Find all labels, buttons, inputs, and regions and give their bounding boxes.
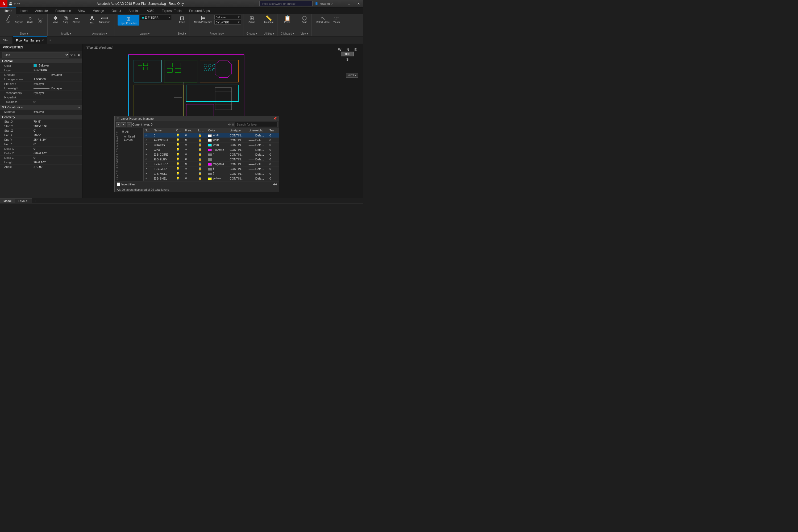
tab-manage[interactable]: Manage xyxy=(89,7,108,14)
layer-color-cell[interactable]: magenta xyxy=(206,162,228,167)
select-mode-button[interactable]: ↖ Select Mode xyxy=(315,15,331,24)
col-lock[interactable]: Lo... xyxy=(196,128,207,133)
geometry-section-collapse[interactable]: − xyxy=(78,115,80,119)
layer-lock-cell[interactable]: 🔒 xyxy=(196,162,207,167)
save-icon[interactable]: 💾 xyxy=(8,2,13,5)
view-group-label[interactable]: View ▾ xyxy=(301,32,308,35)
add-layout-button[interactable]: + xyxy=(32,199,38,203)
layer-color-cell[interactable]: cyan xyxy=(206,142,228,147)
floor-plan-tab-close[interactable]: ✕ xyxy=(42,39,44,42)
layer-on-cell[interactable]: 💡 xyxy=(174,162,184,167)
layer-dropdown[interactable]: ◼ E-F-TERR ▾ xyxy=(140,15,172,20)
layer-freeze-cell[interactable]: ❄ xyxy=(183,147,196,152)
wcs-label[interactable]: WCS ▾ xyxy=(346,73,358,78)
layer-row[interactable]: ✓ E-C-HEAD 💡 ❄ 🔒 blue CONTIN... —— Defa.… xyxy=(144,181,279,182)
layer-freeze-cell[interactable]: ❄ xyxy=(183,152,196,157)
layer-freeze-cell[interactable]: ❄ xyxy=(183,167,196,171)
3d-viz-section-collapse[interactable]: − xyxy=(78,106,80,109)
annotation-group-label[interactable]: Annotation ▾ xyxy=(92,32,107,35)
undo-icon[interactable]: ↩ xyxy=(14,2,16,5)
set-current-layer-button[interactable]: ✓ xyxy=(127,122,132,127)
stretch-button[interactable]: ↔ Stretch xyxy=(71,15,82,24)
new-tab-button[interactable]: + xyxy=(48,38,53,43)
viewport[interactable]: [-][Top][2D Wireframe] W N E TOP S WCS ▾ xyxy=(82,44,363,198)
polyline-button[interactable]: ⌒ Polyline xyxy=(13,15,25,24)
settings-icon[interactable]: ⚙ xyxy=(232,123,234,126)
layout1-tab[interactable]: Layout1 xyxy=(15,198,32,203)
layer-on-cell[interactable]: 💡 xyxy=(174,176,184,181)
layer-on-cell[interactable]: 💡 xyxy=(174,147,184,152)
base-button[interactable]: ⬡ Base xyxy=(300,15,309,24)
layer-color-cell[interactable]: 8 xyxy=(206,171,228,176)
circle-button[interactable]: ○ Circle xyxy=(25,15,35,24)
layer-color-cell[interactable]: magenta xyxy=(206,147,228,152)
utilities-group-label[interactable]: Utilities ▾ xyxy=(264,32,274,35)
prop-filter-icon[interactable]: ▣ xyxy=(77,53,80,57)
layer-row[interactable]: ✓ E-B-FURR 💡 ❄ 🔒 magenta CONTIN... —— De… xyxy=(144,162,279,167)
layer-lock-cell[interactable]: 🔒 xyxy=(196,181,207,182)
prop-settings-icon[interactable]: ⚙ xyxy=(70,53,73,57)
layer-row[interactable]: ✓ CHAIRS 💡 ❄ 🔒 cyan CONTIN... —— Defa...… xyxy=(144,142,279,147)
layer-row[interactable]: ✓ E-B-GLAZ 💡 ❄ 🔒 8 CONTIN... —— Defa... … xyxy=(144,167,279,171)
layer-freeze-cell[interactable]: ❄ xyxy=(183,162,196,167)
layer-row[interactable]: ✓ E-B-ELEV 💡 ❄ 🔒 8 CONTIN... —— Defa... … xyxy=(144,157,279,162)
layer-freeze-cell[interactable]: ❄ xyxy=(183,181,196,182)
tab-parametric[interactable]: Parametric xyxy=(52,7,75,14)
close-button[interactable]: ✕ xyxy=(354,0,363,7)
filter-all-used[interactable]: All Used Layers xyxy=(121,134,142,142)
insert-button[interactable]: ⊡ Insert xyxy=(177,15,187,24)
help-icon[interactable]: ? xyxy=(331,2,332,5)
layers-group-label[interactable]: Layers ▾ xyxy=(140,32,150,35)
layer-manager-minimize[interactable]: — xyxy=(269,117,272,120)
layer-row[interactable]: ✓ A-DOOR-T... 💡 ❄ 🔒 white CONTIN... —— D… xyxy=(144,138,279,142)
paste-button[interactable]: 📋 Paste xyxy=(283,15,292,24)
draw-group-label[interactable]: Draw ▾ xyxy=(20,32,28,35)
layer-on-cell[interactable]: 💡 xyxy=(174,138,184,142)
minimize-button[interactable]: — xyxy=(335,0,344,7)
layer-lock-cell[interactable]: 🔒 xyxy=(196,142,207,147)
layer-color-cell[interactable]: yellow xyxy=(206,176,228,181)
prop-toggle-icon[interactable]: ⊞ xyxy=(74,53,76,57)
layer-freeze-cell[interactable]: ❄ xyxy=(183,138,196,142)
col-color[interactable]: Color xyxy=(206,128,228,133)
doc-tab-start[interactable]: Start xyxy=(0,36,13,44)
tab-featured-apps[interactable]: Featured Apps xyxy=(185,7,214,14)
col-on[interactable]: O... xyxy=(174,128,184,133)
layer-lock-cell[interactable]: 🔒 xyxy=(196,147,207,152)
layer-lock-cell[interactable]: 🔒 xyxy=(196,157,207,162)
3d-viz-section-header[interactable]: 3D Visualization − xyxy=(0,105,82,110)
collapse-filters-icon[interactable]: ◀◀ xyxy=(273,183,277,186)
layer-lock-cell[interactable]: 🔒 xyxy=(196,152,207,157)
general-section-collapse[interactable]: − xyxy=(78,59,80,62)
color-dropdown[interactable]: ByLayer ▾ xyxy=(214,15,241,19)
layer-freeze-cell[interactable]: ❄ xyxy=(183,142,196,147)
dimension-button[interactable]: ⟺ Dimension xyxy=(97,15,112,24)
copy-button[interactable]: ⧉ Copy xyxy=(61,15,71,24)
tab-output[interactable]: Output xyxy=(108,7,125,14)
properties-group-label[interactable]: Properties ▾ xyxy=(210,32,224,35)
layer-manager-pin[interactable]: 📌 xyxy=(273,117,277,120)
layer-on-cell[interactable]: 💡 xyxy=(174,142,184,147)
lineweight-dropdown[interactable]: BYLAYER ▾ xyxy=(214,20,241,24)
col-trans[interactable]: Tra... xyxy=(268,128,279,133)
tab-home[interactable]: Home xyxy=(0,7,16,14)
tab-a360[interactable]: A360 xyxy=(143,7,158,14)
layer-row[interactable]: ✓ E-B-CORE 💡 ❄ 🔒 8 CONTIN... —— Defa... … xyxy=(144,152,279,157)
redo-icon[interactable]: ↪ xyxy=(17,2,20,5)
keyword-search-input[interactable] xyxy=(259,1,312,6)
invert-filter-checkbox[interactable] xyxy=(117,183,120,186)
layer-freeze-cell[interactable]: ❄ xyxy=(183,171,196,176)
color-dropdown-arrow[interactable]: ▾ xyxy=(238,15,240,19)
tab-addins[interactable]: Add-ins xyxy=(125,7,143,14)
layer-manager-close[interactable]: ✕ xyxy=(117,117,119,120)
layer-color-cell[interactable]: 8 xyxy=(206,157,228,162)
layer-lock-cell[interactable]: 🔒 xyxy=(196,138,207,142)
layer-row[interactable]: ✓ CPU 💡 ❄ 🔒 magenta CONTIN... —— Defa...… xyxy=(144,147,279,152)
lineweight-dropdown-arrow[interactable]: ▾ xyxy=(238,20,240,24)
layer-on-cell[interactable]: 💡 xyxy=(174,152,184,157)
refresh-icon[interactable]: ⟳ xyxy=(228,123,231,126)
layer-freeze-cell[interactable]: ❄ xyxy=(183,176,196,181)
layer-properties-button[interactable]: ⊞ Layer Properties xyxy=(118,15,139,25)
general-section-header[interactable]: General − xyxy=(0,58,82,63)
layer-on-cell[interactable]: 💡 xyxy=(174,171,184,176)
